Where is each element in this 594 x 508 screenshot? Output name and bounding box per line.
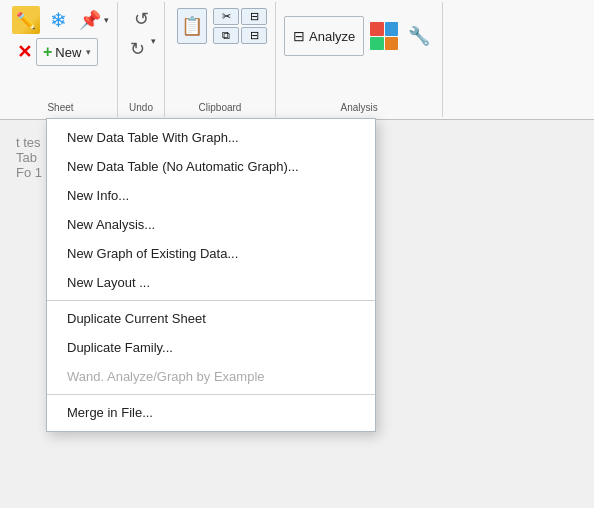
menu-separator <box>47 300 375 301</box>
menu-item-new-layout[interactable]: New Layout ... <box>47 268 375 297</box>
copy-button[interactable]: ⧉ <box>213 27 239 44</box>
snowflake-icon[interactable]: ❄ <box>44 6 72 34</box>
menu-separator <box>47 394 375 395</box>
small-icons-col: ✂ ⧉ <box>213 8 239 44</box>
undo-group-label: Undo <box>129 102 153 113</box>
small-icons-col-2: ⊟ ⊟ <box>241 8 267 44</box>
analyze-grid-icon[interactable] <box>370 22 398 50</box>
redo-button[interactable]: ↻ <box>126 36 149 62</box>
analyze-button-label: Analyze <box>309 29 355 44</box>
copy-icon: ⧉ <box>222 29 230 42</box>
grid-cell-3 <box>370 37 384 51</box>
clipboard-area: 📋 ✂ ⧉ ⊟ ⊟ <box>173 6 267 46</box>
wrench-button[interactable]: 🔧 <box>404 23 434 49</box>
pin-dropdown-arrow[interactable]: ▾ <box>104 15 109 25</box>
new-btn-container: ✕ + New ▾ <box>12 38 109 66</box>
format-button[interactable]: ⊟ <box>241 8 267 25</box>
menu-item-new-analysis[interactable]: New Analysis... <box>47 210 375 239</box>
plus-icon: + <box>43 43 52 61</box>
pin-icon[interactable]: 📌 <box>76 6 104 34</box>
undo-dropdown-arrow[interactable]: ▾ <box>151 36 156 62</box>
analyze-icon: ⊟ <box>293 28 305 44</box>
delete-icon: ✕ <box>17 41 32 63</box>
sheet-group-label: Sheet <box>47 102 73 113</box>
format-icon: ⊟ <box>250 10 259 23</box>
cut-button[interactable]: ✂ <box>213 8 239 25</box>
format2-button[interactable]: ⊟ <box>241 27 267 44</box>
clipboard-icon: 📋 <box>177 8 207 44</box>
undo-icons: ↺ ↻ ▾ <box>126 6 156 62</box>
clipboard-group-label: Clipboard <box>199 102 242 113</box>
grid-cell-1 <box>370 22 384 36</box>
grid-cell-2 <box>385 22 399 36</box>
menu-item-duplicate-family[interactable]: Duplicate Family... <box>47 333 375 362</box>
ribbon-group-undo: ↺ ↻ ▾ Undo <box>118 2 165 117</box>
ribbon-group-clipboard: 📋 ✂ ⧉ ⊟ ⊟ Clipboard <box>165 2 276 117</box>
redo-area: ↻ ▾ <box>126 36 156 62</box>
ribbon-group-sheet: ✏️ ❄ 📌 ▾ ✕ + New ▾ Sheet <box>4 2 118 117</box>
sheet-top-icons: ✏️ ❄ 📌 ▾ <box>12 6 109 34</box>
menu-item-merge-in-file[interactable]: Merge in File... <box>47 398 375 427</box>
menu-item-new-graph-existing-data[interactable]: New Graph of Existing Data... <box>47 239 375 268</box>
analyze-button[interactable]: ⊟ Analyze <box>284 16 364 56</box>
menu-item-new-data-table-no-graph[interactable]: New Data Table (No Automatic Graph)... <box>47 152 375 181</box>
undo-icon: ↺ <box>134 8 149 30</box>
ribbon: ✏️ ❄ 📌 ▾ ✕ + New ▾ Sheet <box>0 0 594 120</box>
bg-text2: Tab <box>16 150 37 165</box>
bg-text3: Fo 1 <box>16 165 42 180</box>
new-button-label: New <box>55 45 81 60</box>
menu-item-new-info[interactable]: New Info... <box>47 181 375 210</box>
delete-button[interactable]: ✕ <box>12 38 36 66</box>
menu-item-duplicate-current-sheet[interactable]: Duplicate Current Sheet <box>47 304 375 333</box>
new-dropdown-arrow: ▾ <box>86 47 91 57</box>
cut-icon: ✂ <box>222 10 231 23</box>
wrench-icon: 🔧 <box>408 25 430 47</box>
pin-area: 📌 ▾ <box>76 6 109 34</box>
redo-icon: ↻ <box>130 38 145 60</box>
pen-icon[interactable]: ✏️ <box>12 6 40 34</box>
new-button[interactable]: + New ▾ <box>36 38 98 66</box>
sheet-icons: ✏️ ❄ 📌 ▾ ✕ + New ▾ <box>12 6 109 66</box>
analysis-content: ⊟ Analyze 🔧 <box>284 16 434 56</box>
paste-button[interactable]: 📋 <box>173 6 211 46</box>
menu-item-new-data-table-with-graph[interactable]: New Data Table With Graph... <box>47 123 375 152</box>
bg-text1: t tes <box>16 135 41 150</box>
new-dropdown-menu: New Data Table With Graph...New Data Tab… <box>46 118 376 432</box>
analysis-group-label: Analysis <box>341 102 378 113</box>
undo-button[interactable]: ↺ <box>130 6 153 32</box>
ribbon-group-analysis: ⊟ Analyze 🔧 Analysis <box>276 2 443 117</box>
grid-cell-4 <box>385 37 399 51</box>
menu-item-wand-analyze: Wand. Analyze/Graph by Example <box>47 362 375 391</box>
format2-icon: ⊟ <box>250 29 259 42</box>
